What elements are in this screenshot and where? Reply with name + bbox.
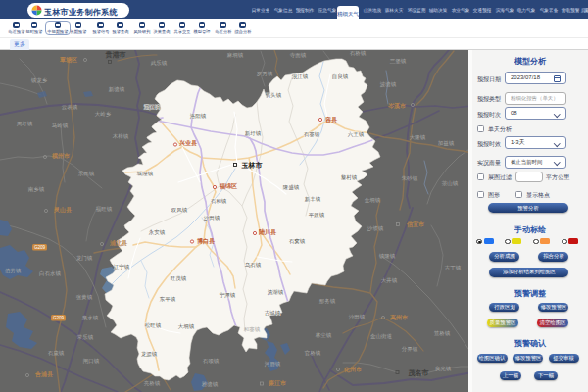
svg-text:石桥镇: 石桥镇 <box>350 50 367 57</box>
svg-text:林尘镇: 林尘镇 <box>315 332 332 338</box>
svg-text:博白县: 博白县 <box>197 237 216 245</box>
svg-text:隆盛镇: 隆盛镇 <box>283 184 300 191</box>
svg-text:新丰镇: 新丰镇 <box>305 196 321 202</box>
svg-text:福绵区: 福绵区 <box>219 182 237 190</box>
svg-text:石寨镇: 石寨镇 <box>304 131 320 138</box>
svg-text:镇龙乡: 镇龙乡 <box>31 77 48 83</box>
svg-text:兴业县: 兴业县 <box>178 139 198 147</box>
svg-text:贵港市: 贵港市 <box>105 50 126 59</box>
svg-text:伯劳镇: 伯劳镇 <box>5 268 22 274</box>
svg-text:清湖镇: 清湖镇 <box>268 289 284 296</box>
svg-text:木梓镇: 木梓镇 <box>113 133 129 139</box>
svg-text:黎村镇: 黎村镇 <box>341 174 358 181</box>
svg-text:白石水镇: 白石水镇 <box>39 270 62 277</box>
svg-text:城隍镇: 城隍镇 <box>136 171 154 176</box>
svg-text:那务镇: 那务镇 <box>319 298 336 305</box>
svg-text:罗秀镇: 罗秀镇 <box>257 71 273 77</box>
svg-text:福旺镇: 福旺镇 <box>96 206 113 213</box>
svg-text:横州市: 横州市 <box>51 152 70 160</box>
svg-text:闸口镇: 闸口镇 <box>83 358 100 365</box>
svg-text:岑溪市: 岑溪市 <box>387 102 406 110</box>
svg-text:石窝镇: 石窝镇 <box>289 238 306 245</box>
svg-text:化州市: 化州市 <box>343 366 362 373</box>
svg-text:永安镇: 永安镇 <box>149 229 166 235</box>
svg-text:分界镇: 分界镇 <box>402 346 418 352</box>
svg-text:覃塘区: 覃塘区 <box>59 56 77 64</box>
svg-text:浦北县: 浦北县 <box>109 239 128 247</box>
svg-text:泉水镇: 泉水镇 <box>82 315 99 320</box>
svg-text:大垌镇: 大垌镇 <box>178 323 195 329</box>
svg-text:石康镇: 石康镇 <box>48 350 65 357</box>
svg-text:石头镇: 石头镇 <box>266 92 282 99</box>
svg-text:廉江市: 廉江市 <box>269 379 286 387</box>
svg-text:和寨镇: 和寨镇 <box>244 326 261 332</box>
svg-text:六王镇: 六王镇 <box>348 131 365 137</box>
svg-text:湛江镇: 湛江镇 <box>144 104 161 111</box>
svg-text:茂名市: 茂名市 <box>408 368 429 377</box>
svg-text:玉林市: 玉林市 <box>241 161 263 169</box>
svg-text:平政镇: 平政镇 <box>309 212 325 218</box>
svg-text:麻垌镇: 麻垌镇 <box>227 52 244 58</box>
svg-text:波塘镇: 波塘镇 <box>380 81 397 88</box>
svg-text:镇隆镇: 镇隆镇 <box>379 253 396 259</box>
svg-text:龙门镇: 龙门镇 <box>76 255 93 261</box>
svg-text:石和镇: 石和镇 <box>211 198 227 205</box>
svg-text:石颈镇: 石颈镇 <box>203 358 220 365</box>
svg-text:新圩镇: 新圩镇 <box>245 130 262 136</box>
svg-text:寺面镇: 寺面镇 <box>290 52 307 59</box>
svg-text:容县: 容县 <box>324 116 338 123</box>
svg-text:乌石镇: 乌石镇 <box>245 262 262 269</box>
svg-text:G209: G209 <box>53 316 65 320</box>
svg-text:旺茂镇: 旺茂镇 <box>171 275 187 281</box>
svg-text:洛阳镇: 洛阳镇 <box>190 113 207 120</box>
svg-text:乐民镇: 乐民镇 <box>78 171 95 176</box>
svg-text:金垌镇: 金垌镇 <box>365 197 381 203</box>
svg-text:自良镇: 自良镇 <box>332 74 349 79</box>
svg-text:河唇镇: 河唇镇 <box>265 361 281 368</box>
svg-text:张黄镇: 张黄镇 <box>76 294 93 301</box>
svg-text:周圩镇: 周圩镇 <box>17 121 33 126</box>
svg-text:江宁镇: 江宁镇 <box>114 264 130 270</box>
svg-text:双凤镇: 双凤镇 <box>171 207 188 213</box>
svg-text:沙田镇: 沙田镇 <box>349 314 366 320</box>
svg-text:加益镇: 加益镇 <box>438 140 455 147</box>
svg-text:亮桥镇: 亮桥镇 <box>144 380 161 387</box>
svg-text:宁潭镇: 宁潭镇 <box>220 292 236 299</box>
svg-text:常乐镇: 常乐镇 <box>77 334 94 340</box>
svg-text:良光镇: 良光镇 <box>435 366 452 372</box>
svg-text:马岭镇: 马岭镇 <box>52 122 69 128</box>
svg-text:茶山镇: 茶山镇 <box>442 180 459 186</box>
svg-text:武乐镇: 武乐镇 <box>151 60 168 66</box>
svg-text:大岭乡: 大岭乡 <box>95 111 112 117</box>
svg-text:笪桥镇: 笪桥镇 <box>434 330 451 336</box>
svg-text:官桥镇: 官桥镇 <box>305 350 321 356</box>
svg-text:南乡镇: 南乡镇 <box>28 186 45 192</box>
svg-text:金山街道: 金山街道 <box>370 333 393 340</box>
svg-text:朱砂镇: 朱砂镇 <box>402 175 418 181</box>
svg-text:大隆镇: 大隆镇 <box>410 134 426 140</box>
svg-text:古城镇: 古城镇 <box>265 310 281 316</box>
svg-text:灵山县: 灵山县 <box>53 206 73 214</box>
svg-text:G209: G209 <box>34 245 46 250</box>
svg-text:松旺镇: 松旺镇 <box>145 322 162 328</box>
svg-text:东平镇: 东平镇 <box>159 296 176 302</box>
svg-text:沙坡镇: 沙坡镇 <box>368 225 384 232</box>
svg-text:信宜市: 信宜市 <box>406 220 424 228</box>
svg-text:三堡镇: 三堡镇 <box>390 58 407 64</box>
svg-text:雅塘镇: 雅塘镇 <box>202 381 219 388</box>
svg-text:高州市: 高州市 <box>390 314 408 321</box>
svg-text:龙源镇: 龙源镇 <box>141 351 158 357</box>
svg-text:古丁镇: 古丁镇 <box>445 265 462 270</box>
svg-text:云表镇: 云表镇 <box>62 104 78 110</box>
svg-text:新塘镇: 新塘镇 <box>109 86 125 93</box>
svg-text:大井镇: 大井镇 <box>381 277 398 283</box>
svg-text:沙田镇: 沙田镇 <box>204 215 220 221</box>
svg-text:合浦县: 合浦县 <box>34 370 54 378</box>
svg-text:陆川县: 陆川县 <box>259 228 277 236</box>
svg-text:浪江镇: 浪江镇 <box>292 74 309 80</box>
